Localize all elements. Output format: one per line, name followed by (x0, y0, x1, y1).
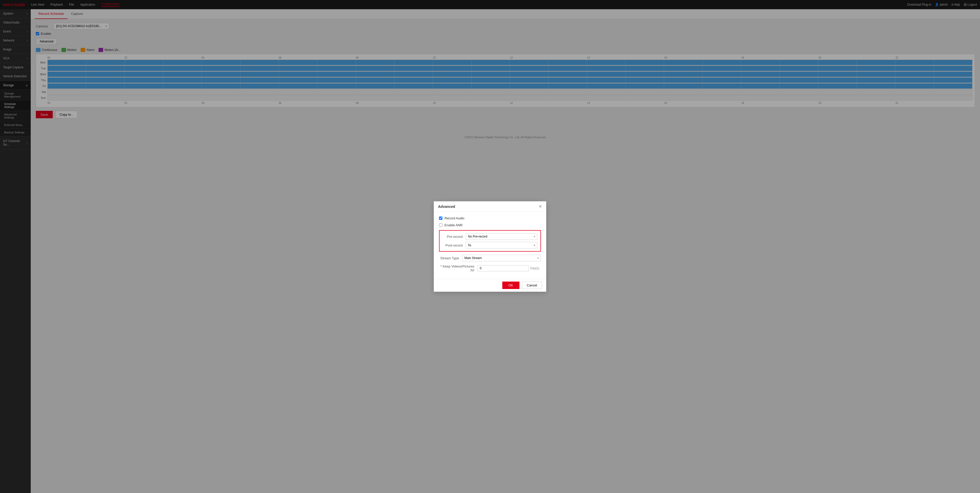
cancel-button[interactable]: Cancel (522, 281, 542, 289)
pre-record-row: Pre-record No Pre-record 5s 10s 15s 20s … (443, 233, 537, 240)
stream-type-label: Stream Type (439, 256, 462, 260)
modal-close-button[interactable]: ✕ (539, 204, 542, 209)
ok-button[interactable]: OK (502, 281, 519, 289)
modal-body: Record Audio Enable ANR Pre-record No Pr… (434, 212, 546, 279)
record-audio-checkbox[interactable] (439, 216, 442, 220)
enable-anr-checkbox[interactable] (439, 223, 442, 227)
pre-record-label: Pre-record (443, 235, 466, 239)
enable-anr-label: Enable ANR (444, 223, 463, 227)
pre-record-select[interactable]: No Pre-record 5s 10s 15s 20s 25s 30s (466, 233, 537, 240)
record-audio-row: Record Audio (439, 216, 541, 220)
post-record-select[interactable]: 5s 10s 15s 20s 25s 30s (466, 242, 537, 248)
enable-anr-row: Enable ANR (439, 223, 541, 227)
day-suffix: Day(s) (530, 266, 539, 270)
stream-type-select-wrap[interactable]: Main Stream Sub Stream (462, 255, 541, 261)
post-record-label: Post-record (443, 243, 466, 247)
modal-footer: OK Cancel (434, 279, 546, 291)
post-record-select-wrap[interactable]: 5s 10s 15s 20s 25s 30s (466, 242, 537, 248)
pre-post-record-section: Pre-record No Pre-record 5s 10s 15s 20s … (439, 230, 541, 251)
pre-record-select-wrap[interactable]: No Pre-record 5s 10s 15s 20s 25s 30s (466, 233, 537, 240)
keep-videos-row: * Keep Videos/Pictures for Day(s) (439, 264, 541, 272)
post-record-row: Post-record 5s 10s 15s 20s 25s 30s (443, 242, 537, 248)
stream-type-select[interactable]: Main Stream Sub Stream (462, 255, 541, 261)
keep-videos-label: * Keep Videos/Pictures for (439, 264, 477, 272)
modal-header: Advanced ✕ (434, 202, 546, 212)
modal-overlay: Advanced ✕ Record Audio Enable ANR Pre-r… (0, 0, 980, 493)
keep-videos-input[interactable] (477, 265, 529, 271)
stream-type-row: Stream Type Main Stream Sub Stream (439, 255, 541, 261)
modal-title: Advanced (438, 205, 455, 208)
record-audio-label: Record Audio (444, 216, 465, 220)
advanced-modal: Advanced ✕ Record Audio Enable ANR Pre-r… (434, 201, 546, 292)
